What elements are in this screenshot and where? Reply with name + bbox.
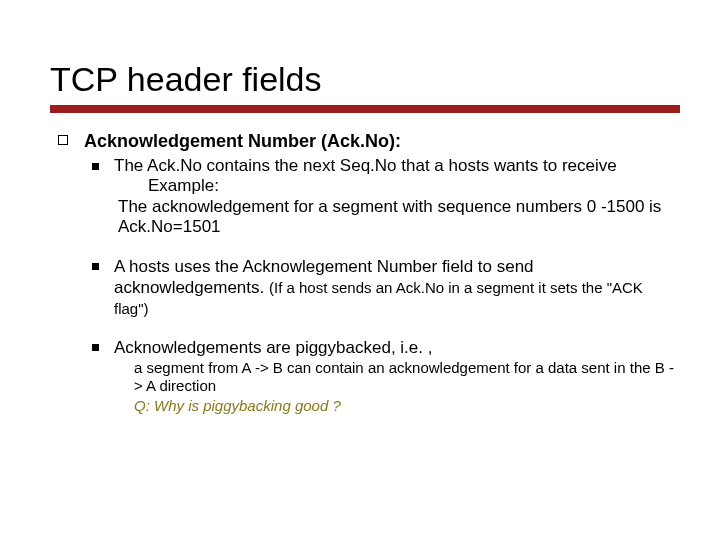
square-solid-icon: [92, 263, 99, 270]
square-solid-icon: [92, 163, 99, 170]
square-hollow-icon: [58, 135, 68, 145]
bullet-2: A hosts uses the Acknowlegement Number f…: [84, 256, 680, 320]
square-solid-icon: [92, 344, 99, 351]
slide-title: TCP header fields: [50, 60, 690, 99]
bullet-1-example-label: Example:: [148, 176, 680, 196]
bullet-3-question: Q: Why is piggybacking good ?: [134, 397, 680, 416]
bullet-1-text: The Ack.No contains the next Seq.No that…: [114, 156, 680, 176]
bullet-3: Acknowledgements are piggybacked, i.e. ,…: [84, 337, 680, 415]
bullet-3-sub-a: a segment from A -> B can contain an ack…: [134, 359, 680, 395]
bullet-3-text: Acknowledgements are piggybacked, i.e. ,: [114, 337, 680, 358]
top-item-ackno: Acknowledgement Number (Ack.No): The Ack…: [58, 131, 680, 415]
section-heading: Acknowledgement Number (Ack.No):: [84, 131, 401, 151]
title-rule: [50, 105, 680, 113]
sub-list: The Ack.No contains the next Seq.No that…: [84, 156, 680, 415]
bullet-1-example-text: The acknowledgement for a segment with s…: [118, 197, 680, 238]
slide: TCP header fields Acknowledgement Number…: [0, 0, 720, 453]
content-area: Acknowledgement Number (Ack.No): The Ack…: [30, 131, 690, 415]
bullet-1: The Ack.No contains the next Seq.No that…: [84, 156, 680, 238]
top-list: Acknowledgement Number (Ack.No): The Ack…: [58, 131, 680, 415]
